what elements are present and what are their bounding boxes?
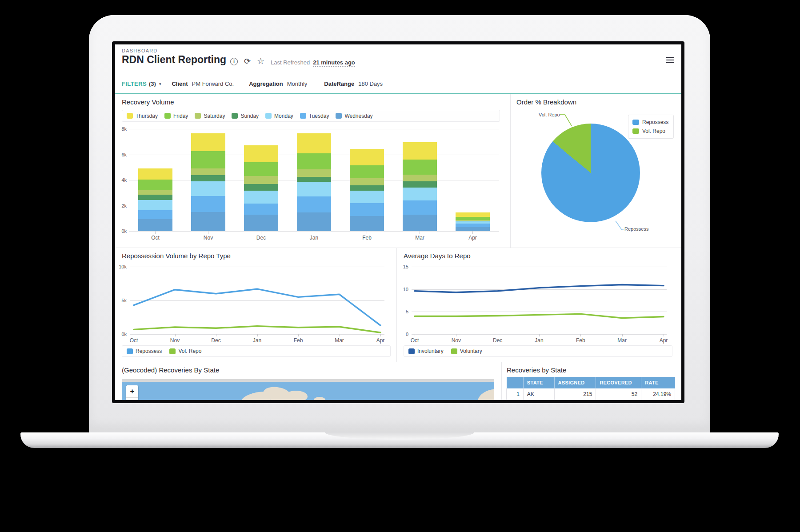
legend-swatch bbox=[408, 348, 415, 354]
x-axis-tick bbox=[415, 334, 415, 336]
legend-item-repossess[interactable]: Repossess bbox=[632, 119, 669, 125]
bar-segment-wednesday[interactable] bbox=[244, 215, 278, 231]
recoveries-map[interactable]: + − bbox=[122, 379, 494, 400]
x-axis-tick-label: Mar bbox=[330, 337, 349, 344]
refresh-icon[interactable]: ⟳ bbox=[244, 57, 251, 65]
table-header-rate[interactable]: RATE bbox=[641, 377, 675, 388]
map-zoom-in-button[interactable]: + bbox=[126, 385, 138, 397]
x-axis-tick-label: Mar bbox=[612, 337, 632, 344]
legend-item-involuntary[interactable]: Involuntary bbox=[408, 348, 444, 354]
order-breakdown-pie[interactable] bbox=[541, 124, 640, 222]
bar-slot-apr bbox=[446, 129, 499, 231]
bar-segment-monday[interactable] bbox=[297, 182, 331, 196]
table-header-state[interactable]: STATE bbox=[523, 377, 554, 388]
info-icon[interactable]: i bbox=[230, 58, 238, 65]
panel-recovery-volume: Recovery Volume ThursdayFridaySaturdaySu… bbox=[115, 94, 510, 248]
bar-segment-thursday[interactable] bbox=[191, 133, 225, 151]
bar-segment-thursday[interactable] bbox=[456, 212, 490, 216]
stacked-bar-feb[interactable] bbox=[350, 149, 384, 231]
bar-segment-monday[interactable] bbox=[138, 200, 172, 210]
legend-item-repossess[interactable]: Repossess bbox=[127, 348, 162, 354]
filter-daterange[interactable]: DateRange 180 Days bbox=[324, 80, 383, 87]
bar-segment-tuesday[interactable] bbox=[403, 200, 437, 215]
bar-segment-sunday[interactable] bbox=[244, 184, 278, 191]
bar-segment-wednesday[interactable] bbox=[138, 219, 172, 231]
stacked-bar-apr[interactable] bbox=[456, 212, 490, 231]
bar-segment-tuesday[interactable] bbox=[456, 224, 490, 228]
scene: DASHBOARD RDN Client Reporting i ⟳ ☆ Las… bbox=[0, 0, 800, 532]
bar-segment-sunday[interactable] bbox=[297, 177, 331, 182]
filter-aggregation-value: Monthly bbox=[287, 80, 308, 87]
bar-segment-saturday[interactable] bbox=[191, 168, 225, 175]
bar-segment-thursday[interactable] bbox=[297, 133, 331, 153]
bar-segment-saturday[interactable] bbox=[297, 169, 331, 177]
bar-segment-friday[interactable] bbox=[244, 162, 278, 176]
line-series-repossess[interactable] bbox=[134, 289, 380, 325]
bar-segment-saturday[interactable] bbox=[350, 178, 384, 185]
map-zoom-out-button[interactable]: − bbox=[126, 397, 138, 400]
bar-segment-tuesday[interactable] bbox=[350, 203, 384, 216]
bar-segment-sunday[interactable] bbox=[350, 185, 384, 191]
stacked-bar-nov[interactable] bbox=[191, 133, 225, 231]
bar-segment-monday[interactable] bbox=[350, 191, 384, 203]
bar-segment-saturday[interactable] bbox=[138, 190, 172, 195]
filters-dropdown[interactable]: FILTERS bbox=[122, 80, 147, 87]
bar-segment-thursday[interactable] bbox=[403, 142, 437, 160]
filter-client[interactable]: Client PM Forward Co. bbox=[172, 80, 234, 87]
panel-recoveries-table: Recoveries by State STATEASSIGNEDRECOVER… bbox=[501, 362, 681, 400]
bar-segment-wednesday[interactable] bbox=[297, 212, 331, 231]
y-axis-tick-label: 8k bbox=[115, 126, 127, 132]
bar-segment-monday[interactable] bbox=[403, 188, 437, 200]
line-series-vol-repo[interactable] bbox=[134, 326, 380, 332]
star-icon[interactable]: ☆ bbox=[257, 57, 264, 65]
bar-segment-sunday[interactable] bbox=[191, 175, 225, 181]
legend-item-voluntary[interactable]: Voluntary bbox=[451, 348, 482, 354]
map-landmass bbox=[284, 391, 308, 400]
bar-segment-wednesday[interactable] bbox=[456, 227, 490, 231]
table-header-index[interactable] bbox=[507, 377, 524, 388]
last-refreshed-value[interactable]: 21 minutes ago bbox=[313, 59, 355, 67]
chevron-down-icon[interactable]: ▾ bbox=[159, 82, 161, 86]
last-refreshed-label: Last Refreshed bbox=[271, 59, 310, 66]
filter-aggregation[interactable]: Aggregation Monthly bbox=[249, 80, 307, 87]
bar-segment-tuesday[interactable] bbox=[297, 196, 331, 212]
bar-segment-saturday[interactable] bbox=[244, 176, 278, 184]
bar-segment-saturday[interactable] bbox=[403, 175, 437, 181]
bar-segment-tuesday[interactable] bbox=[138, 210, 172, 220]
legend-item-vol-repo[interactable]: Vol. Repo bbox=[632, 128, 669, 134]
last-refreshed: Last Refreshed21 minutes ago bbox=[271, 59, 355, 66]
bar-segment-friday[interactable] bbox=[403, 160, 437, 175]
bar-segment-wednesday[interactable] bbox=[191, 212, 225, 231]
bar-segment-friday[interactable] bbox=[297, 153, 331, 169]
bar-segment-friday[interactable] bbox=[138, 180, 172, 190]
bar-segment-sunday[interactable] bbox=[403, 181, 437, 188]
bar-segment-thursday[interactable] bbox=[244, 145, 278, 162]
stacked-bar-jan[interactable] bbox=[297, 133, 331, 231]
table-header-assigned[interactable]: ASSIGNED bbox=[554, 377, 596, 388]
bar-segment-tuesday[interactable] bbox=[244, 204, 278, 214]
bar-segment-wednesday[interactable] bbox=[403, 215, 437, 231]
bar-segment-monday[interactable] bbox=[191, 181, 225, 196]
panel-order-breakdown: Order % Breakdown Vol. Repo Repossess Re… bbox=[510, 94, 681, 248]
bar-segment-wednesday[interactable] bbox=[350, 216, 384, 232]
bar-segment-friday[interactable] bbox=[191, 151, 225, 168]
bar-segment-thursday[interactable] bbox=[350, 149, 384, 165]
stacked-bar-oct[interactable] bbox=[138, 168, 172, 231]
stacked-bar-mar[interactable] bbox=[403, 142, 437, 231]
bar-slot-oct bbox=[129, 129, 182, 231]
bar-segment-thursday[interactable] bbox=[138, 168, 172, 179]
bar-segment-tuesday[interactable] bbox=[191, 196, 225, 212]
line-series-involuntary[interactable] bbox=[415, 285, 664, 292]
menu-icon[interactable] bbox=[666, 57, 674, 64]
x-axis-tick-label: Nov bbox=[165, 337, 185, 344]
line-series-voluntary[interactable] bbox=[415, 314, 664, 318]
table-header-recovered[interactable]: RECOVERED bbox=[596, 377, 641, 388]
table-row[interactable]: 1AK2155224.19% bbox=[507, 388, 675, 400]
bar-segment-monday[interactable] bbox=[244, 191, 278, 204]
x-axis-tick-label: Feb bbox=[288, 337, 308, 344]
bar-segment-friday[interactable] bbox=[350, 165, 384, 178]
bar-segment-sunday[interactable] bbox=[138, 195, 172, 200]
bar-segment-friday[interactable] bbox=[456, 217, 490, 220]
stacked-bar-dec[interactable] bbox=[244, 145, 278, 231]
legend-item-vol-repo[interactable]: Vol. Repo bbox=[169, 348, 201, 354]
